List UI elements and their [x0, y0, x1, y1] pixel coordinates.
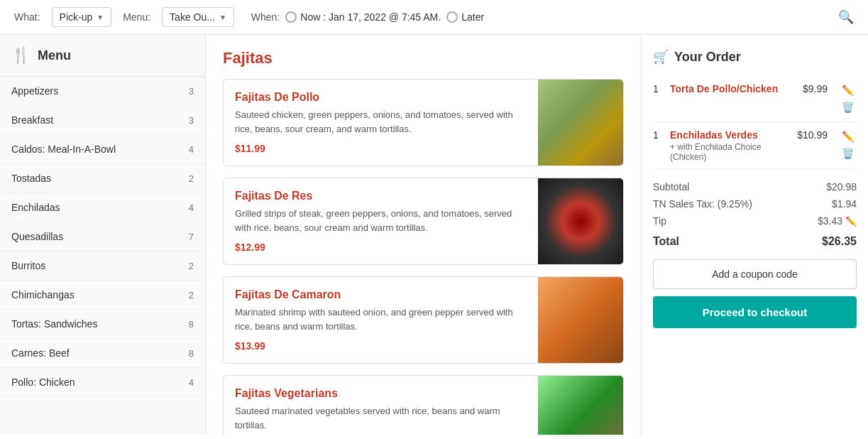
when-label: When: — [251, 11, 280, 23]
sidebar: 🍴 Menu Appetizers 3 Breakfast 3 Caldos: … — [0, 35, 206, 435]
sidebar-item[interactable]: Burritos 2 — [0, 251, 205, 281]
order-item-actions: ✏️ 🗑️ — [839, 129, 857, 161]
now-option[interactable]: Now : Jan 17, 2022 @ 7:45 AM. — [285, 11, 441, 23]
menu-card[interactable]: Fajitas De Camaron Marinated shrimp with… — [223, 276, 624, 364]
menu-card-name: Fajitas De Pollo — [235, 91, 527, 104]
sidebar-item-count: 2 — [189, 290, 194, 300]
topbar: What: Pick-up ▼ Menu: Take Ou... ▼ When:… — [0, 0, 868, 35]
now-label: Now : Jan 17, 2022 @ 7:45 AM. — [300, 11, 441, 23]
what-value: Pick-up — [60, 11, 93, 23]
tip-value: $3.43 — [818, 215, 842, 227]
sidebar-item-label: Quesadillas — [11, 231, 63, 242]
sidebar-item[interactable]: Tostadas 2 — [0, 164, 205, 193]
search-icon[interactable]: 🔍 — [838, 9, 854, 25]
edit-item-button[interactable]: ✏️ — [839, 83, 857, 97]
sidebar-item-label: Breakfast — [11, 114, 53, 126]
menu-card-name: Fajitas De Camaron — [235, 288, 527, 301]
cart-icon: 🛒 — [653, 49, 669, 65]
edit-item-button[interactable]: ✏️ — [839, 129, 857, 143]
tip-row: Tip $3.43 ✏️ — [653, 212, 857, 229]
sidebar-item-label: Pollo: Chicken — [11, 376, 75, 388]
sidebar-item-count: 7 — [189, 232, 194, 242]
sidebar-item[interactable]: Chimichangas 2 — [0, 281, 205, 310]
subtotal-value: $20.98 — [826, 181, 857, 193]
what-select[interactable]: Pick-up ▼ — [52, 7, 112, 27]
sidebar-item-count: 4 — [189, 202, 194, 213]
coupon-button[interactable]: Add a coupon code — [653, 259, 857, 289]
order-item-actions: ✏️ 🗑️ — [839, 83, 857, 114]
tax-label: TN Sales Tax: (9.25%) — [653, 198, 752, 210]
tip-edit-button[interactable]: ✏️ — [845, 216, 857, 227]
sidebar-item-label: Chimichangas — [11, 289, 75, 300]
checkout-button[interactable]: Proceed to checkout — [653, 296, 857, 328]
what-label: What: — [14, 11, 40, 23]
sidebar-item-label: Appetizers — [11, 85, 58, 97]
sidebar-item-label: Tostadas — [11, 173, 51, 184]
sidebar-item[interactable]: Carnes: Beef 8 — [0, 339, 205, 368]
fork-icon: 🍴 — [11, 46, 31, 65]
menu-card-description: Sauteed marinated vegetables served with… — [235, 404, 527, 432]
sidebar-item-count: 8 — [189, 319, 194, 330]
delete-item-button[interactable]: 🗑️ — [839, 146, 857, 161]
sidebar-item-count: 4 — [189, 377, 194, 388]
menu-card-info: Fajitas De Pollo Sauteed chicken, green … — [224, 80, 538, 166]
sidebar-item-count: 8 — [189, 348, 194, 359]
sidebar-item-count: 3 — [189, 115, 194, 126]
order-item-sub: + with Enchilada Choice (Chicken) — [670, 142, 786, 162]
sidebar-item-count: 2 — [189, 261, 194, 271]
menu-card-description: Marinated shrimp with sauteed onion, and… — [235, 305, 527, 333]
sidebar-item[interactable]: Breakfast 3 — [0, 106, 205, 135]
sidebar-item-count: 4 — [189, 144, 194, 155]
main-layout: 🍴 Menu Appetizers 3 Breakfast 3 Caldos: … — [0, 35, 868, 435]
subtotal-label: Subtotal — [653, 181, 689, 193]
menu-select[interactable]: Take Ou... ▼ — [162, 7, 234, 27]
menu-card[interactable]: Fajitas De Pollo Sauteed chicken, green … — [223, 79, 624, 166]
section-title: Fajitas — [223, 49, 624, 67]
total-value: $26.35 — [822, 235, 857, 248]
menu-card-name: Fajitas De Res — [235, 190, 527, 202]
chevron-down-icon: ▼ — [219, 13, 226, 21]
menu-card-image — [538, 178, 623, 264]
order-panel: 🛒 Your Order 1 Torta De Pollo/Chicken $9… — [641, 35, 868, 435]
sidebar-item[interactable]: Appetizers 3 — [0, 77, 205, 106]
sidebar-item[interactable]: Tortas: Sandwiches 8 — [0, 310, 205, 339]
menu-card-name: Fajitas Vegetarians — [235, 387, 527, 400]
menu-card-info: Fajitas De Camaron Marinated shrimp with… — [224, 277, 538, 363]
order-item-name[interactable]: Enchiladas Verdes — [670, 129, 786, 141]
delete-item-button[interactable]: 🗑️ — [839, 100, 857, 114]
sidebar-item[interactable]: Enchiladas 4 — [0, 193, 205, 222]
sidebar-item[interactable]: Caldos: Meal-In-A-Bowl 4 — [0, 135, 205, 164]
now-radio[interactable] — [285, 11, 297, 23]
order-item-name[interactable]: Torta De Pollo/Chicken — [670, 83, 791, 94]
sidebar-item[interactable]: Pollo: Chicken 4 — [0, 368, 205, 397]
order-items: 1 Torta De Pollo/Chicken $9.99 ✏️ 🗑️ 1 E… — [653, 76, 857, 170]
later-radio[interactable] — [446, 11, 458, 23]
menu-card[interactable]: Fajitas Vegetarians Sauteed marinated ve… — [223, 375, 624, 435]
sidebar-menu-title: Menu — [38, 48, 71, 63]
menu-card-image — [538, 277, 623, 363]
order-item-price: $10.99 — [797, 129, 828, 141]
total-label: Total — [653, 235, 679, 248]
sidebar-item-label: Enchiladas — [11, 202, 60, 213]
menu-card[interactable]: Fajitas De Res Grilled strips of steak, … — [223, 178, 624, 265]
sidebar-item-label: Tortas: Sandwiches — [11, 318, 97, 330]
sidebar-item-count: 3 — [189, 86, 194, 97]
menu-label: Menu: — [123, 11, 150, 23]
later-label: Later — [461, 11, 484, 23]
sidebar-item-label: Carnes: Beef — [11, 347, 70, 359]
sidebar-header: 🍴 Menu — [0, 46, 205, 77]
tip-label: Tip — [653, 215, 666, 227]
order-header: 🛒 Your Order — [653, 49, 857, 65]
sidebar-items: Appetizers 3 Breakfast 3 Caldos: Meal-In… — [0, 77, 205, 397]
menu-card-image — [538, 376, 623, 435]
order-item-price: $9.99 — [803, 83, 828, 94]
order-title: Your Order — [674, 50, 741, 65]
when-section: When: Now : Jan 17, 2022 @ 7:45 AM. Late… — [251, 11, 484, 23]
menu-card-price: $12.99 — [235, 242, 527, 253]
sidebar-item-label: Caldos: Meal-In-A-Bowl — [11, 143, 116, 155]
menu-card-image — [538, 80, 623, 166]
sidebar-item[interactable]: Quesadillas 7 — [0, 222, 205, 251]
grand-total-row: Total $26.35 — [653, 229, 857, 251]
menu-card-description: Sauteed chicken, green peppers, onions, … — [235, 108, 527, 136]
later-option[interactable]: Later — [446, 11, 484, 23]
